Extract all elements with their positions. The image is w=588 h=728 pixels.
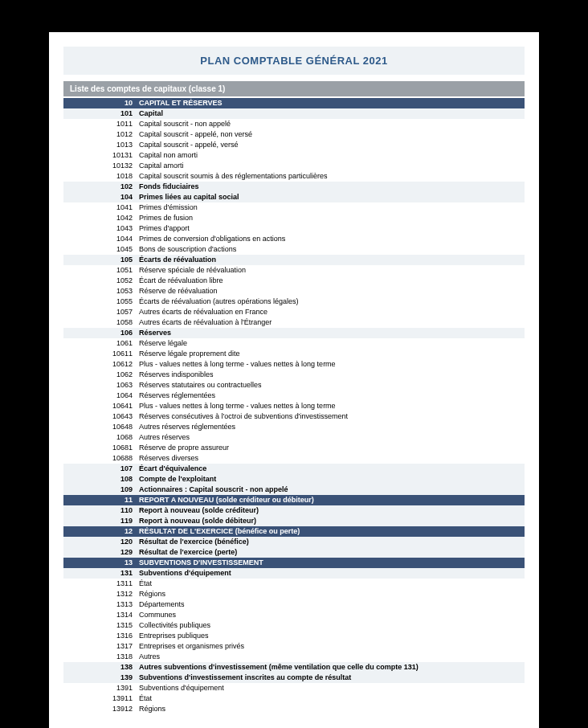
account-row: 131Subventions d'équipement: [63, 568, 525, 579]
account-label: Réserves: [137, 328, 525, 338]
account-label: Réserve spéciale de réévaluation: [137, 265, 525, 276]
account-label: Réserves diverses: [137, 453, 525, 464]
account-code: 1316: [63, 631, 137, 641]
account-row: 104Primes liées au capital social: [63, 192, 525, 202]
account-code: 1391: [63, 683, 137, 693]
account-label: Régions: [137, 589, 525, 599]
account-code: 1057: [63, 307, 137, 317]
account-row: 1043Primes d'apport: [63, 223, 525, 234]
account-row: 10648Autres réserves réglementées: [63, 422, 525, 432]
account-code: 1061: [63, 338, 137, 349]
account-row: 1316Entreprises publiques: [63, 631, 525, 641]
account-row: 106Réserves: [63, 328, 525, 338]
account-row: 1312Régions: [63, 589, 525, 599]
document-page: PLAN COMPTABLE GÉNÉRAL 2021 Liste des co…: [49, 32, 539, 728]
account-row: 12RÉSULTAT DE L'EXERCICE (bénéfice ou pe…: [63, 526, 525, 537]
account-label: Écarts de réévaluation (autres opération…: [137, 297, 525, 307]
account-row: 10132Capital amorti: [63, 161, 525, 171]
account-label: Primes de conversion d'obligations en ac…: [137, 234, 525, 244]
account-row: 10CAPITAL ET RÉSERVES: [63, 98, 525, 108]
account-label: CAPITAL ET RÉSERVES: [137, 98, 525, 108]
account-row: 10611Réserve légale proprement dite: [63, 349, 525, 359]
account-row: 1044Primes de conversion d'obligations e…: [63, 234, 525, 244]
account-label: Plus - values nettes à long terme - valu…: [137, 359, 525, 370]
account-label: Autres: [137, 652, 525, 662]
account-code: 1063: [63, 380, 137, 391]
account-code: 1068: [63, 432, 137, 443]
account-label: Subventions d'équipement: [137, 568, 525, 579]
account-row: 109Actionnaires : Capital souscrit - non…: [63, 485, 525, 495]
account-label: Départements: [137, 599, 525, 610]
account-code: 108: [63, 474, 137, 485]
account-row: 139Subventions d'investissement inscrite…: [63, 673, 525, 683]
account-row: 10688Réserves diverses: [63, 453, 525, 464]
account-row: 1012Capital souscrit - appelé, non versé: [63, 129, 525, 140]
account-label: Report à nouveau (solde débiteur): [137, 516, 525, 526]
account-code: 1044: [63, 234, 137, 244]
account-row: 1318Autres: [63, 652, 525, 662]
account-code: 1012: [63, 129, 137, 140]
account-label: Capital souscrit - appelé, non versé: [137, 129, 525, 140]
account-code: 1013: [63, 140, 137, 150]
account-code: 1311: [63, 579, 137, 589]
account-row: 10612Plus - values nettes à long terme -…: [63, 359, 525, 370]
account-label: Résultat de l'exercice (bénéfice): [137, 537, 525, 547]
account-label: Collectivités publiques: [137, 620, 525, 631]
account-code: 11: [63, 495, 137, 505]
account-row: 10131Capital non amorti: [63, 150, 525, 161]
account-label: Primes d'émission: [137, 202, 525, 213]
account-row: 138Autres subventions d'investissement (…: [63, 662, 525, 673]
account-row: 1058Autres écarts de réévaluation à l'Ét…: [63, 317, 525, 328]
section-header: Liste des comptes de capitaux (classe 1): [63, 81, 525, 96]
account-label: Actionnaires : Capital souscrit - non ap…: [137, 485, 525, 495]
account-label: Capital non amorti: [137, 150, 525, 161]
account-code: 1313: [63, 599, 137, 610]
account-label: Réserves indisponibles: [137, 370, 525, 380]
account-label: Autres réserves: [137, 432, 525, 443]
account-row: 120Résultat de l'exercice (bénéfice): [63, 537, 525, 547]
account-code: 1052: [63, 276, 137, 286]
account-code: 13: [63, 558, 137, 568]
account-row: 1391Subventions d'équipement: [63, 683, 525, 693]
account-code: 1045: [63, 244, 137, 255]
account-row: 1042Primes de fusion: [63, 213, 525, 223]
account-row: 13SUBVENTIONS D'INVESTISSEMENT: [63, 558, 525, 568]
account-label: Autres écarts de réévaluation en France: [137, 307, 525, 317]
account-label: Autres subventions d'investissement (mêm…: [137, 662, 525, 673]
account-code: 10648: [63, 422, 137, 432]
account-label: Réserves consécutives à l'octroi de subv…: [137, 411, 525, 422]
account-label: Primes d'apport: [137, 223, 525, 234]
account-label: Capital amorti: [137, 161, 525, 171]
account-label: État: [137, 693, 525, 704]
account-code: 101: [63, 108, 137, 119]
account-code: 1058: [63, 317, 137, 328]
account-row: 102Fonds fiduciaires: [63, 182, 525, 192]
account-label: Réserve légale proprement dite: [137, 349, 525, 359]
account-code: 10688: [63, 453, 137, 464]
account-label: Primes liées au capital social: [137, 192, 525, 202]
account-code: 102: [63, 182, 137, 192]
account-label: Autres réserves réglementées: [137, 422, 525, 432]
account-code: 131: [63, 568, 137, 579]
account-code: 1317: [63, 641, 137, 652]
account-code: 1312: [63, 589, 137, 599]
account-code: 10612: [63, 359, 137, 370]
account-code: 106: [63, 328, 137, 338]
account-row: 1063Réserves statutaires ou contractuell…: [63, 380, 525, 391]
account-code: 10681: [63, 443, 137, 453]
account-row: 1053Réserve de réévaluation: [63, 286, 525, 297]
account-row: 1045Bons de souscription d'actions: [63, 244, 525, 255]
account-label: Réserve légale: [137, 338, 525, 349]
account-code: 1315: [63, 620, 137, 631]
account-label: Plus - values nettes à long terme - valu…: [137, 401, 525, 411]
account-code: 10132: [63, 161, 137, 171]
account-code: 10: [63, 98, 137, 108]
account-row: 105Écarts de réévaluation: [63, 255, 525, 265]
account-label: Autres écarts de réévaluation à l'Étrang…: [137, 317, 525, 328]
account-label: Réserves réglementées: [137, 391, 525, 401]
account-row: 107Écart d'équivalence: [63, 464, 525, 474]
account-label: Report à nouveau (solde créditeur): [137, 505, 525, 516]
account-label: Réserve de propre assureur: [137, 443, 525, 453]
account-code: 129: [63, 547, 137, 558]
account-code: 10611: [63, 349, 137, 359]
